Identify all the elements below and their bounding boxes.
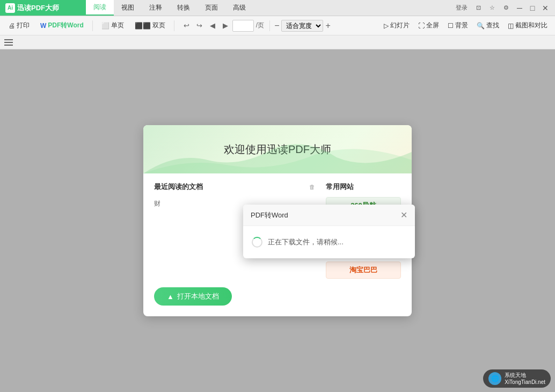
app-title: 迅读PDF大师 — [17, 3, 59, 13]
zoom-select[interactable]: 适合宽度 — [281, 20, 323, 32]
watermark-text: 系统天地 XiTongTianDi.net — [505, 372, 545, 386]
compare-icon: ◫ — [508, 22, 514, 30]
search-btn[interactable]: 🔍 查找 — [473, 19, 502, 32]
slideshow-btn[interactable]: ▷ 幻灯片 — [381, 19, 413, 32]
slideshow-label: 幻灯片 — [390, 21, 410, 30]
clear-btn[interactable]: 🗑 — [309, 184, 315, 190]
menu-read[interactable]: 阅读 — [86, 0, 114, 16]
pdf-word-btn[interactable]: W PDF转Word — [36, 19, 88, 32]
welcome-header: 欢迎使用迅读PDF大师 — [143, 125, 412, 173]
title-bar: Ai 迅读PDF大师 阅读 视图 注释 转换 页面 高级 登录 ⊡ ☆ ⚙ ─ … — [0, 0, 555, 16]
menu-view[interactable]: 视图 — [114, 0, 142, 16]
loading-spinner — [252, 237, 262, 248]
sep1 — [92, 20, 93, 31]
share-icon[interactable]: ⊡ — [474, 3, 483, 12]
menu-bar: 阅读 视图 注释 转换 页面 高级 — [86, 0, 454, 16]
main-area: 欢迎使用迅读PDF大师 最近阅读的文档 🗑 财 常用网站 — [0, 49, 555, 392]
zoom-plus-btn[interactable]: + — [325, 21, 330, 31]
search-label: 查找 — [486, 21, 499, 30]
secondary-toolbar — [0, 35, 555, 49]
forward-btn[interactable]: ↪ — [194, 20, 206, 32]
compare-label: 截图和对比 — [515, 21, 547, 30]
site-taobao-label: 淘宝巴巴 — [349, 265, 377, 275]
single-page-btn[interactable]: ⬜ 单页 — [97, 19, 128, 32]
sites-header: 常用网站 — [326, 182, 401, 192]
slideshow-icon: ▷ — [384, 22, 389, 30]
background-btn[interactable]: ☐ 背景 — [444, 19, 471, 32]
dialog-message: 正在下载文件，请稍候... — [268, 237, 344, 247]
dialog-title: PDF转Word — [251, 210, 288, 220]
recent-title: 最近阅读的文档 — [154, 182, 203, 192]
logo-icon: Ai — [5, 3, 15, 13]
maximize-btn[interactable]: □ — [528, 4, 537, 12]
watermark-url: XiTongTianDi.net — [505, 379, 545, 386]
print-btn[interactable]: 🖨 打印 — [4, 19, 34, 32]
dialog-body: 正在下载文件，请稍候... — [243, 226, 415, 258]
zoom-minus-btn[interactable]: − — [274, 21, 279, 31]
next-page-btn[interactable]: ▶ — [220, 20, 231, 32]
fullscreen-icon: ⛶ — [418, 22, 425, 30]
recent-header: 最近阅读的文档 🗑 — [154, 182, 315, 192]
background-label: 背景 — [455, 21, 468, 30]
watermark-site: 系统天地 — [505, 372, 545, 379]
settings-icon[interactable]: ⚙ — [501, 3, 511, 12]
watermark: 🌐 系统天地 XiTongTianDi.net — [483, 369, 551, 388]
sep3 — [269, 20, 270, 31]
mountain-decoration — [143, 141, 412, 173]
toolbar-right: ▷ 幻灯片 ⛶ 全屏 ☐ 背景 🔍 查找 ◫ 截图和对比 — [381, 19, 551, 32]
double-page-icon: ⬛⬛ — [135, 22, 151, 30]
open-btn-area: ▲ 打开本地文档 — [154, 287, 401, 306]
page-number-input[interactable] — [232, 20, 254, 32]
toolbar: 🖨 打印 W PDF转Word ⬜ 单页 ⬛⬛ 双页 ↩ ↪ ◀ ▶ /页 − … — [0, 16, 555, 35]
word-icon: W — [40, 22, 46, 30]
menu-advanced[interactable]: 高级 — [225, 0, 253, 16]
back-btn[interactable]: ↩ — [181, 20, 193, 32]
print-icon: 🖨 — [9, 22, 15, 30]
window-controls: 登录 ⊡ ☆ ⚙ ─ □ ✕ — [454, 3, 555, 13]
fullscreen-label: 全屏 — [426, 21, 439, 30]
favorite-icon[interactable]: ☆ — [487, 3, 497, 12]
double-label: 双页 — [152, 21, 165, 30]
search-icon: 🔍 — [477, 22, 485, 30]
watermark-globe: 🌐 — [488, 372, 501, 385]
upload-icon: ▲ — [167, 293, 174, 301]
open-local-btn[interactable]: ▲ 打开本地文档 — [154, 287, 232, 306]
single-label: 单页 — [111, 21, 124, 30]
nav-controls: ↩ ↪ ◀ ▶ /页 — [181, 20, 265, 32]
download-dialog: PDF转Word ✕ 正在下载文件，请稍候... — [243, 205, 415, 258]
dialog-close-btn[interactable]: ✕ — [400, 210, 407, 220]
site-taobao-btn[interactable]: 淘宝巴巴 — [326, 262, 401, 279]
compare-btn[interactable]: ◫ 截图和对比 — [505, 19, 551, 32]
sites-title: 常用网站 — [326, 182, 354, 192]
open-local-label: 打开本地文档 — [177, 292, 219, 301]
dialog-header: PDF转Word ✕ — [243, 205, 415, 226]
close-btn[interactable]: ✕ — [541, 4, 550, 12]
fullscreen-btn[interactable]: ⛶ 全屏 — [415, 19, 442, 32]
minimize-btn[interactable]: ─ — [515, 4, 524, 12]
double-page-btn[interactable]: ⬛⬛ 双页 — [130, 19, 170, 32]
menu-convert[interactable]: 转换 — [170, 0, 198, 16]
login-btn[interactable]: 登录 — [454, 3, 470, 13]
menu-annotate[interactable]: 注释 — [142, 0, 170, 16]
single-page-icon: ⬜ — [101, 22, 109, 30]
print-label: 打印 — [17, 21, 30, 30]
sep2 — [174, 20, 174, 31]
background-icon: ☐ — [448, 22, 454, 30]
hamburger-menu[interactable] — [4, 39, 13, 46]
menu-page[interactable]: 页面 — [198, 0, 225, 16]
pdf-word-label: PDF转Word — [48, 21, 83, 30]
prev-page-btn[interactable]: ◀ — [207, 20, 218, 32]
page-sep: /页 — [256, 21, 264, 30]
app-logo: Ai 迅读PDF大师 — [0, 3, 86, 13]
